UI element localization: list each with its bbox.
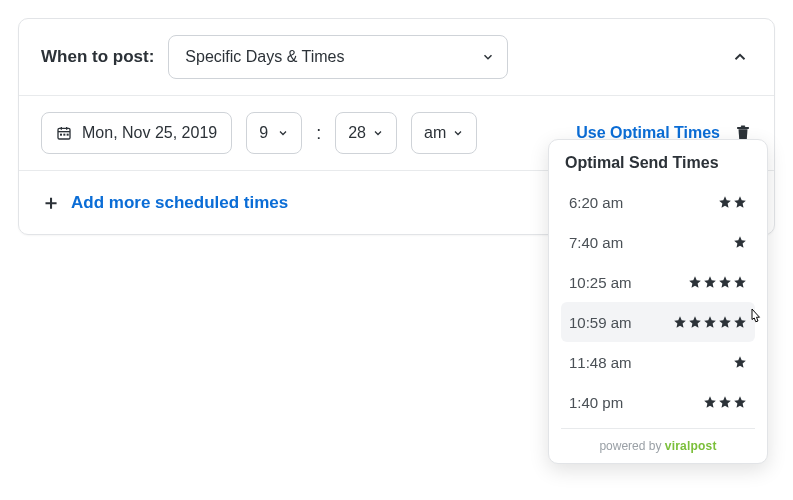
powered-by-label: powered by bbox=[599, 439, 664, 453]
chevron-down-icon bbox=[277, 127, 289, 139]
optimal-time-label: 11:48 am bbox=[569, 354, 632, 371]
scheduling-panel: When to post: Specific Days & Times Mon,… bbox=[18, 18, 775, 235]
optimal-time-item[interactable]: 10:59 am bbox=[561, 302, 755, 342]
when-to-post-label: When to post: bbox=[41, 47, 154, 67]
schedule-mode-select[interactable]: Specific Days & Times bbox=[168, 35, 508, 79]
schedule-mode-value: Specific Days & Times bbox=[185, 48, 344, 66]
date-value: Mon, Nov 25, 2019 bbox=[82, 124, 217, 142]
hour-value: 9 bbox=[259, 124, 268, 142]
collapse-button[interactable] bbox=[728, 45, 752, 69]
star-rating bbox=[733, 355, 747, 369]
svg-rect-7 bbox=[737, 127, 749, 129]
svg-rect-5 bbox=[63, 134, 65, 136]
optimal-times-popover: Optimal Send Times 6:20 am7:40 am10:25 a… bbox=[548, 139, 768, 464]
time-colon: : bbox=[316, 123, 321, 144]
star-rating bbox=[718, 195, 747, 209]
chevron-down-icon bbox=[452, 127, 464, 139]
popover-footer: powered by viralpost bbox=[561, 428, 755, 453]
svg-rect-4 bbox=[60, 134, 62, 136]
popover-title: Optimal Send Times bbox=[561, 154, 755, 172]
brand-name: viralpost bbox=[665, 439, 717, 453]
optimal-time-item[interactable]: 6:20 am bbox=[561, 182, 755, 222]
optimal-time-item[interactable]: 11:48 am bbox=[561, 342, 755, 382]
star-rating bbox=[673, 315, 747, 329]
optimal-time-label: 6:20 am bbox=[569, 194, 623, 211]
chevron-up-icon bbox=[731, 48, 749, 66]
star-rating bbox=[688, 275, 747, 289]
svg-rect-8 bbox=[741, 126, 746, 128]
svg-rect-6 bbox=[67, 134, 69, 136]
chevron-down-icon bbox=[481, 50, 495, 64]
star-rating bbox=[733, 235, 747, 249]
optimal-time-label: 1:40 pm bbox=[569, 394, 623, 411]
optimal-time-label: 10:25 am bbox=[569, 274, 632, 291]
hour-select[interactable]: 9 bbox=[246, 112, 302, 154]
svg-rect-0 bbox=[58, 128, 70, 139]
ampm-value: am bbox=[424, 124, 446, 142]
calendar-icon bbox=[56, 125, 72, 141]
header-row: When to post: Specific Days & Times bbox=[19, 19, 774, 96]
date-picker[interactable]: Mon, Nov 25, 2019 bbox=[41, 112, 232, 154]
star-rating bbox=[703, 395, 747, 409]
plus-icon: ＋ bbox=[41, 189, 61, 216]
optimal-times-list: 6:20 am7:40 am10:25 am10:59 am11:48 am1:… bbox=[561, 182, 755, 422]
optimal-time-label: 10:59 am bbox=[569, 314, 632, 331]
optimal-time-item[interactable]: 1:40 pm bbox=[561, 382, 755, 422]
add-more-label: Add more scheduled times bbox=[71, 193, 288, 213]
optimal-time-label: 7:40 am bbox=[569, 234, 623, 251]
minute-select[interactable]: 28 bbox=[335, 112, 397, 154]
optimal-time-item[interactable]: 7:40 am bbox=[561, 222, 755, 262]
ampm-select[interactable]: am bbox=[411, 112, 477, 154]
minute-value: 28 bbox=[348, 124, 366, 142]
optimal-time-item[interactable]: 10:25 am bbox=[561, 262, 755, 302]
chevron-down-icon bbox=[372, 127, 384, 139]
